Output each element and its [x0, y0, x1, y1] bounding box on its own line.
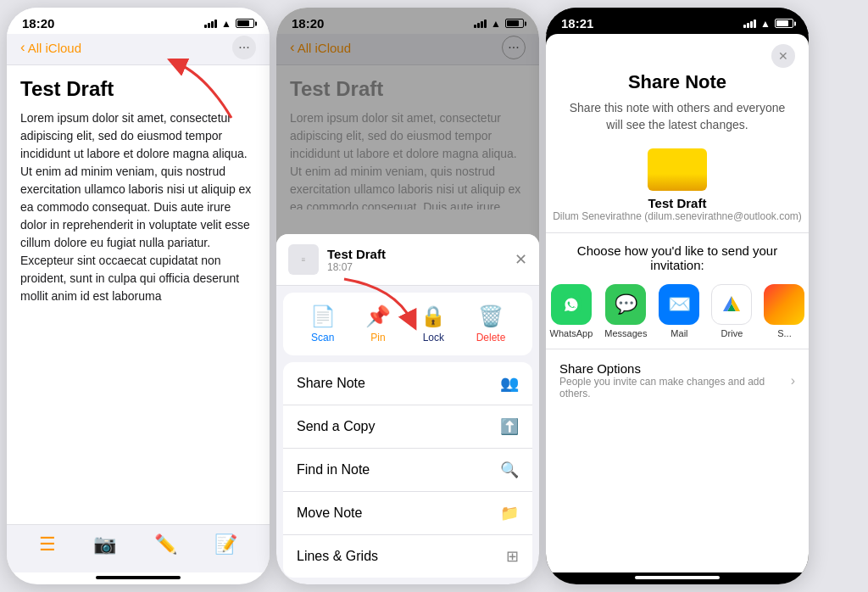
delete-icon: 🗑️ [478, 304, 504, 328]
home-indicator-3 [635, 576, 720, 579]
wifi-icon-1: ▲ [221, 18, 231, 30]
compose-icon[interactable]: ✏️ [154, 533, 177, 556]
phone-3: 18:21 ▲ ✕ Share Note Share this note [546, 8, 809, 584]
status-icons-3: ▲ [743, 18, 793, 30]
move-note-item[interactable]: Move Note 📁 [283, 492, 532, 535]
mail-icon: ✉️ [659, 284, 699, 325]
phone-2: 18:20 ▲ ‹ All iCloud ··· Test Draft Lore… [276, 8, 539, 584]
share-options-text: Share Options People you invite can make… [559, 361, 791, 399]
share-note-icon: 👥 [500, 374, 519, 393]
note-thumbnail [648, 148, 707, 191]
share-app-whatsapp[interactable]: WhatsApp [550, 284, 593, 338]
note-title-1: Test Draft [20, 77, 256, 101]
share-note-owner: Dilum Senevirathne (dilum.senevirathne@o… [553, 210, 802, 222]
mail-label: Mail [670, 328, 687, 338]
lines-grids-label: Lines & Grids [297, 549, 378, 564]
context-menu-items: Share Note 👥 Send a Copy ⬆️ Find in Note… [283, 362, 532, 578]
send-copy-item[interactable]: Send a Copy ⬆️ [283, 405, 532, 449]
share-panel: ✕ Share Note Share this note with others… [546, 34, 809, 572]
share-note-label: Share Note [297, 376, 365, 391]
status-icons-1: ▲ [204, 18, 254, 30]
delete-action[interactable]: 🗑️ Delete [476, 304, 506, 343]
share-close-button[interactable]: ✕ [771, 44, 795, 68]
battery-icon-1 [236, 19, 254, 28]
share-note-title: Test Draft [648, 196, 707, 210]
share-subtitle: Share this note with others and everyone… [546, 97, 809, 142]
whatsapp-label: WhatsApp [550, 328, 593, 338]
back-label-1: All iCloud [28, 41, 81, 55]
whatsapp-icon [551, 284, 592, 325]
move-icon: 📁 [500, 504, 519, 522]
more-app-label: S... [777, 328, 792, 338]
share-panel-top: ✕ [546, 34, 809, 68]
messages-icon: 💬 [605, 284, 646, 325]
share-title: Share Note [546, 68, 809, 97]
context-overlay: ≡ Test Draft 18:07 ✕ 📄 Scan 📌 Pin [276, 8, 539, 584]
nav-bar-1: ‹ All iCloud ··· [7, 34, 270, 65]
back-button-1[interactable]: ‹ All iCloud [20, 39, 81, 56]
share-note-item[interactable]: Share Note 👥 [283, 362, 532, 405]
share-options-subtitle: People you invite can make changes and a… [559, 376, 791, 399]
list-icon[interactable]: ☰ [39, 533, 56, 556]
context-close-button[interactable]: ✕ [515, 250, 527, 269]
share-app-more[interactable]: S... [764, 284, 804, 338]
camera-icon[interactable]: 📷 [93, 533, 116, 556]
move-note-label: Move Note [297, 505, 362, 521]
note-content-1: Test Draft Lorem ipsum dolor sit amet, c… [7, 65, 270, 524]
share-app-drive[interactable]: Drive [711, 284, 752, 338]
more-button-1[interactable]: ··· [232, 36, 256, 59]
send-copy-icon: ⬆️ [500, 417, 519, 436]
share-app-mail[interactable]: ✉️ Mail [659, 284, 699, 338]
find-icon: 🔍 [500, 461, 519, 479]
red-arrow-2 [327, 271, 420, 338]
share-app-messages[interactable]: 💬 Messages [604, 284, 647, 338]
battery-icon-3 [775, 19, 793, 28]
drive-label: Drive [721, 328, 743, 338]
signal-icon-3 [743, 19, 756, 28]
lines-grids-item[interactable]: Lines & Grids ⊞ [283, 535, 532, 578]
share-apps-row: WhatsApp 💬 Messages ✉️ Mail [546, 279, 809, 349]
share-how-label: Choose how you'd like to send your invit… [546, 233, 809, 279]
more-app-icon [764, 284, 804, 325]
bottom-toolbar-1: ☰ 📷 ✏️ 📝 [7, 524, 270, 572]
share-note-preview: Test Draft Dilum Senevirathne (dilum.sen… [546, 142, 809, 233]
note-preview-icon: ≡ [288, 244, 319, 275]
find-in-note-item[interactable]: Find in Note 🔍 [283, 449, 532, 492]
phone-1: 18:20 ▲ ‹ All iCloud ··· [7, 8, 270, 584]
share-options-row[interactable]: Share Options People you invite can make… [546, 349, 809, 411]
context-note-title: Test Draft [327, 247, 515, 261]
drive-icon [711, 284, 752, 325]
lock-label: Lock [423, 332, 444, 343]
delete-label: Delete [476, 332, 506, 343]
status-bar-3: 18:21 ▲ [546, 8, 809, 34]
lock-action[interactable]: 🔒 Lock [420, 304, 446, 343]
status-bar-1: 18:20 ▲ [7, 8, 270, 34]
lock-icon: 🔒 [420, 304, 446, 328]
send-copy-label: Send a Copy [297, 419, 376, 434]
note-body-1: Lorem ipsum dolor sit amet, consectetur … [20, 109, 256, 305]
chevron-right-icon: › [791, 373, 795, 388]
messages-label: Messages [604, 328, 647, 338]
back-arrow-icon-1: ‹ [20, 39, 25, 56]
lines-icon: ⊞ [506, 547, 519, 566]
signal-icon-1 [204, 19, 217, 28]
find-in-note-label: Find in Note [297, 462, 370, 478]
status-time-1: 18:20 [22, 16, 54, 31]
wifi-icon-3: ▲ [760, 18, 771, 30]
home-indicator-1 [96, 576, 181, 579]
new-note-icon[interactable]: 📝 [214, 533, 237, 556]
share-options-title: Share Options [559, 361, 791, 376]
status-time-3: 18:21 [561, 16, 593, 31]
